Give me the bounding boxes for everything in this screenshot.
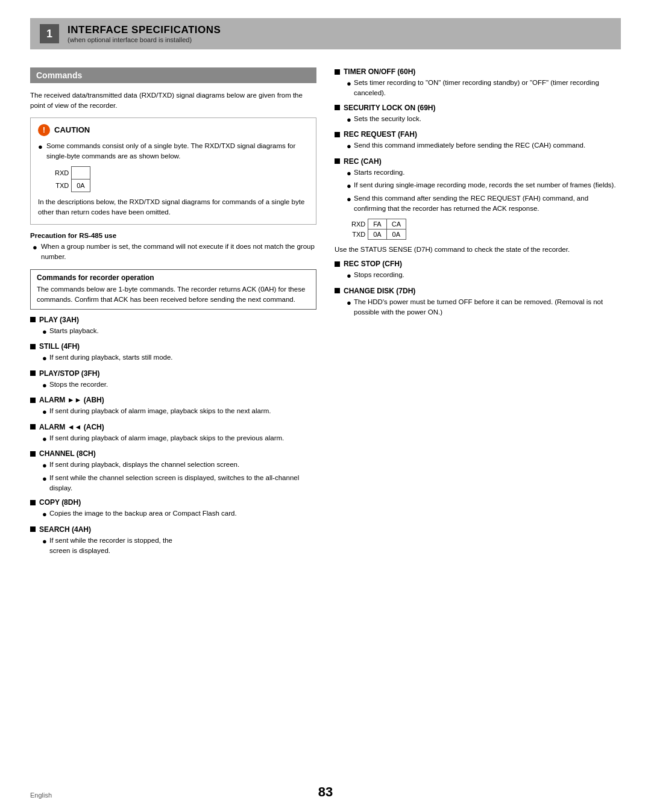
- cmd-square-icon: [335, 158, 340, 164]
- list-item: ●If sent during playback of alarm image,…: [42, 433, 316, 445]
- cmd-play: PLAY (3AH)●Starts playback.: [30, 316, 316, 338]
- cmd-square-icon: [30, 424, 36, 429]
- cmd-playstop: PLAY/STOP (3FH)●Stops the recorder.: [30, 369, 316, 392]
- cmd-rec_stop: REC STOP (CFH)●Stops recording.: [335, 260, 621, 282]
- precaution-section: Precaution for RS-485 use ● When a group…: [30, 232, 316, 263]
- header-title: INTERFACE SPECIFICATIONS: [68, 24, 221, 36]
- cmd-square-icon: [335, 132, 340, 137]
- list-item: ●Stops the recorder.: [42, 379, 316, 392]
- recorder-box-title: Commands for recorder operation: [37, 273, 310, 282]
- caution-text: ● Some commands consist only of a single…: [38, 141, 309, 218]
- cmd-rec_request: REC REQUEST (FAH)●Send this command imme…: [335, 130, 621, 152]
- cmd-still: STILL (4FH)●If sent during playback, sta…: [30, 342, 316, 364]
- cmd-title-rec_cah: REC (CAH): [335, 157, 621, 166]
- recorder-operation-box: Commands for recorder operation The comm…: [30, 269, 316, 310]
- content-columns: Commands The received data/transmitted d…: [30, 67, 621, 561]
- right-column: TIMER ON/OFF (60H)●Sets timer recording …: [335, 67, 621, 561]
- header-bar: 1 INTERFACE SPECIFICATIONS (when optiona…: [30, 18, 621, 49]
- cmd-square-icon: [30, 526, 36, 532]
- cmd-security: SECURITY LOCK ON (69H)●Sets the security…: [335, 104, 621, 126]
- signal-diagram-caution: RXD TXD 0A: [50, 166, 90, 192]
- cmd-title-security: SECURITY LOCK ON (69H): [335, 104, 621, 112]
- cmd-alarm_fwd: ALARM ►► (ABH)●If sent during playback o…: [30, 396, 316, 418]
- list-item: ●Sets timer recording to "ON" (timer rec…: [347, 78, 621, 99]
- list-item: ●The HDD's power must be turned OFF befo…: [347, 297, 621, 318]
- signal-diagram-rec_cah: RXDFACATXD0A0A: [347, 219, 406, 240]
- caution-bullet-1: ● Some commands consist only of a single…: [38, 141, 309, 162]
- cmd-alarm_rev: ALARM ◄◄ (ACH)●If sent during playback o…: [30, 423, 316, 445]
- page-number: 83: [318, 784, 333, 800]
- list-item: ●If sent during single-image recording m…: [347, 180, 621, 192]
- cmd-after-text: Use the STATUS SENSE (D7H) command to ch…: [335, 245, 621, 255]
- list-item: ●Send this command after sending the REC…: [347, 193, 621, 214]
- header-title-block: INTERFACE SPECIFICATIONS (when optional …: [68, 24, 221, 43]
- caution-icon: !: [38, 124, 50, 136]
- list-item: ●Starts playback.: [42, 326, 316, 338]
- cmd-title-timer: TIMER ON/OFF (60H): [335, 67, 621, 76]
- caution-box: ! CAUTION ● Some commands consist only o…: [30, 117, 316, 225]
- header-number: 1: [40, 24, 59, 43]
- commands-title: Commands: [30, 67, 316, 83]
- recorder-box-body: The commands below are 1-byte commands. …: [37, 284, 310, 305]
- header-subtitle: (when optional interface board is instal…: [68, 36, 221, 43]
- cmd-title-play: PLAY (3AH): [30, 316, 316, 324]
- cmd-title-rec_request: REC REQUEST (FAH): [335, 130, 621, 139]
- cmd-square-icon: [335, 69, 340, 75]
- cmd-title-search: SEARCH (4AH): [30, 525, 316, 534]
- list-item: ●If sent during playback, displays the c…: [42, 460, 316, 472]
- list-item: ●Sets the security lock.: [347, 114, 621, 126]
- cmd-square-icon: [335, 105, 340, 110]
- cmd-title-copy: COPY (8DH): [30, 498, 316, 507]
- left-column: Commands The received data/transmitted d…: [30, 67, 316, 561]
- cmd-copy: COPY (8DH)●Copies the image to the backu…: [30, 498, 316, 520]
- cmd-square-icon: [30, 451, 36, 457]
- list-item: ●Copies the image to the backup area or …: [42, 508, 316, 520]
- cmd-square-icon: [335, 288, 340, 293]
- cmd-square-icon: [30, 344, 36, 349]
- list-item: ●If sent during playback, starts still m…: [42, 352, 316, 364]
- cmd-title-channel: CHANNEL (8CH): [30, 449, 316, 458]
- cmd-title-still: STILL (4FH): [30, 342, 316, 351]
- cmd-square-icon: [30, 317, 36, 322]
- cmd-search: SEARCH (4AH)●If sent while the recorder …: [30, 525, 316, 557]
- list-item: ●If sent while the channel selection scr…: [42, 473, 316, 494]
- precaution-title: Precaution for RS-485 use: [30, 232, 316, 239]
- cmd-title-rec_stop: REC STOP (CFH): [335, 260, 621, 268]
- cmd-title-alarm_fwd: ALARM ►► (ABH): [30, 396, 316, 404]
- cmd-square-icon: [30, 370, 36, 376]
- left-commands-list: PLAY (3AH)●Starts playback.STILL (4FH)●I…: [30, 316, 316, 557]
- list-item: ●Stops recording.: [347, 270, 621, 282]
- caution-after-text: In the descriptions below, the RXD/TXD s…: [38, 197, 309, 218]
- cmd-title-alarm_rev: ALARM ◄◄ (ACH): [30, 423, 316, 431]
- caution-label: CAUTION: [54, 125, 90, 134]
- cmd-title-change_disk: CHANGE DISK (7DH): [335, 287, 621, 295]
- list-item: ●Send this command immediately before se…: [347, 140, 621, 152]
- cmd-square-icon: [30, 398, 36, 403]
- cmd-title-playstop: PLAY/STOP (3FH): [30, 369, 316, 378]
- cmd-channel: CHANNEL (8CH)●If sent during playback, d…: [30, 449, 316, 493]
- page: 1 INTERFACE SPECIFICATIONS (when optiona…: [0, 0, 651, 812]
- cmd-timer: TIMER ON/OFF (60H)●Sets timer recording …: [335, 67, 621, 99]
- caution-header: ! CAUTION: [38, 124, 309, 136]
- cmd-square-icon: [30, 500, 36, 505]
- list-item: ●Starts recording.: [347, 167, 621, 180]
- list-item: ●If sent while the recorder is stopped, …: [42, 536, 316, 557]
- list-item: ●If sent during playback of alarm image,…: [42, 406, 316, 418]
- cmd-change_disk: CHANGE DISK (7DH)●The HDD's power must b…: [335, 287, 621, 318]
- intro-text: The received data/transmitted data (RXD/…: [30, 90, 316, 111]
- cmd-rec_cah: REC (CAH)●Starts recording.●If sent duri…: [335, 157, 621, 255]
- precaution-bullet: ● When a group number is set, the comman…: [30, 242, 316, 263]
- cmd-square-icon: [335, 261, 340, 267]
- page-lang: English: [30, 792, 52, 799]
